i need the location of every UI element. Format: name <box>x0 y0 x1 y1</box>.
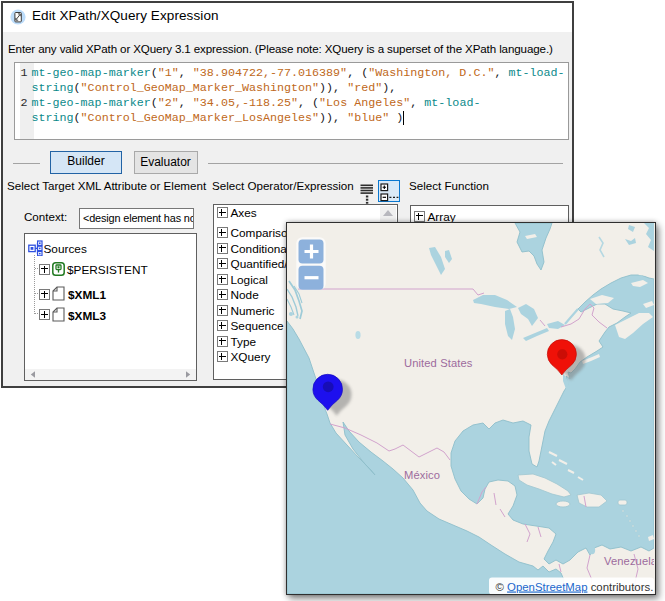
svg-text:© OpenStreetMap contributors.: © OpenStreetMap contributors. <box>495 580 653 592</box>
svg-text:México: México <box>404 469 440 481</box>
svg-text:Venezuela: Venezuela <box>604 555 654 567</box>
svg-text:United States: United States <box>404 357 473 369</box>
